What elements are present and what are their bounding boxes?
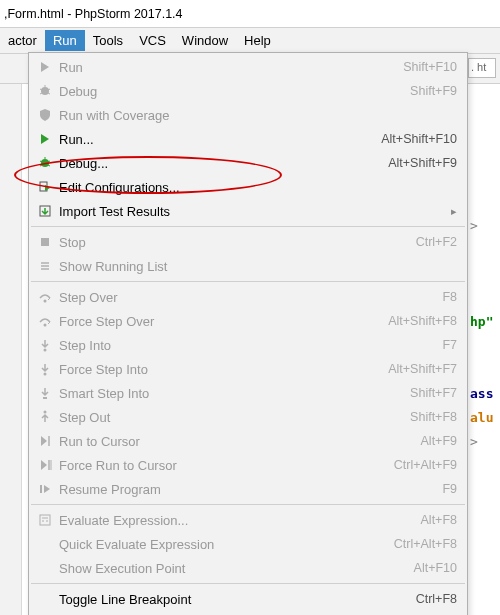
stepinto-gray-icon: [35, 362, 55, 376]
menu-item-label: Debug...: [55, 156, 388, 171]
cursor-force-gray-icon: [35, 458, 55, 472]
menu-item-debug[interactable]: Debug...Alt+Shift+F9: [29, 151, 467, 175]
menu-item-force-run-to-cursor: Force Run to CursorCtrl+Alt+F9: [29, 453, 467, 477]
code-peek: > hp" n ass alu >: [470, 190, 500, 454]
menu-item-label: Run to Cursor: [55, 434, 421, 449]
menu-separator: [31, 281, 465, 282]
menu-item-shortcut: Alt+F10: [414, 561, 457, 575]
menu-item-label: Quick Evaluate Expression: [55, 537, 394, 552]
menu-item-shortcut: Alt+Shift+F10: [381, 132, 457, 146]
menu-item-label: Resume Program: [55, 482, 442, 497]
svg-point-0: [41, 87, 49, 95]
svg-line-10: [40, 165, 42, 166]
menu-item-evaluate-expression: Evaluate Expression...Alt+F8: [29, 508, 467, 532]
svg-rect-14: [41, 238, 49, 246]
menu-item-shortcut: Alt+Shift+F9: [388, 156, 457, 170]
menu-item-import-test-results[interactable]: Import Test Results▸: [29, 199, 467, 223]
menu-item-shortcut: Ctrl+F2: [416, 235, 457, 249]
file-combo[interactable]: . ht: [468, 58, 496, 78]
svg-line-4: [40, 93, 42, 94]
menu-separator: [31, 504, 465, 505]
menu-item-shortcut: Shift+F8: [410, 410, 457, 424]
menu-item-show-running-list: Show Running List: [29, 254, 467, 278]
menu-vcs[interactable]: VCS: [131, 30, 174, 51]
menu-help[interactable]: Help: [236, 30, 279, 51]
menu-item-label: Force Step Into: [55, 362, 388, 377]
menu-item-run[interactable]: Run...Alt+Shift+F10: [29, 127, 467, 151]
submenu-arrow-icon: ▸: [451, 205, 457, 218]
menu-item-label: Step Into: [55, 338, 442, 353]
menu-item-step-out: Step OutShift+F8: [29, 405, 467, 429]
bug-green-icon: [35, 156, 55, 170]
menu-item-label: Run: [55, 60, 403, 75]
menu-item-run: RunShift+F10: [29, 55, 467, 79]
menu-item-label: Run with Coverage: [55, 108, 457, 123]
menu-item-toggle-temporary-line-breakpoint[interactable]: Toggle Temporary Line BreakpointCtrl+Alt…: [29, 611, 467, 615]
svg-rect-22: [43, 397, 47, 399]
stepinto-gray-icon: [35, 338, 55, 352]
cursor-gray-icon: [35, 434, 55, 448]
menubar: actor Run Tools VCS Window Help: [0, 28, 500, 54]
menu-item-shortcut: F7: [442, 338, 457, 352]
svg-point-20: [44, 349, 47, 352]
menu-item-shortcut: Ctrl+Alt+F9: [394, 458, 457, 472]
menu-item-label: Show Execution Point: [55, 561, 414, 576]
menu-separator: [31, 583, 465, 584]
menu-item-force-step-into: Force Step IntoAlt+Shift+F7: [29, 357, 467, 381]
stop-gray-icon: [35, 235, 55, 249]
config-icon: [35, 180, 55, 194]
window-titlebar: ,Form.html - PhpStorm 2017.1.4: [0, 0, 500, 28]
menu-item-label: Force Run to Cursor: [55, 458, 394, 473]
svg-rect-27: [40, 485, 42, 493]
menu-item-quick-evaluate-expression: Quick Evaluate ExpressionCtrl+Alt+F8: [29, 532, 467, 556]
svg-point-6: [41, 159, 49, 167]
menu-item-label: Evaluate Expression...: [55, 513, 421, 528]
menu-item-shortcut: Alt+Shift+F8: [388, 314, 457, 328]
menu-item-label: Step Over: [55, 290, 442, 305]
menu-item-label: Import Test Results: [55, 204, 451, 219]
menu-item-shortcut: Shift+F7: [410, 386, 457, 400]
menu-item-edit-configurations[interactable]: Edit Configurations...: [29, 175, 467, 199]
play-gray-icon: [35, 60, 55, 74]
menu-item-shortcut: Shift+F10: [403, 60, 457, 74]
menu-item-label: Toggle Line Breakpoint: [55, 592, 416, 607]
menu-item-run-to-cursor: Run to CursorAlt+F9: [29, 429, 467, 453]
menu-item-shortcut: F8: [442, 290, 457, 304]
menu-item-label: Force Step Over: [55, 314, 388, 329]
svg-point-19: [44, 324, 47, 327]
list-gray-icon: [35, 259, 55, 273]
window-title: ,Form.html - PhpStorm 2017.1.4: [4, 7, 183, 21]
play-green-icon: [35, 132, 55, 146]
shield-gray-icon: [35, 108, 55, 122]
svg-point-23: [44, 411, 47, 414]
menu-item-shortcut: Shift+F9: [410, 84, 457, 98]
menu-item-label: Debug: [55, 84, 410, 99]
smartstep-gray-icon: [35, 386, 55, 400]
stepover-gray-icon: [35, 290, 55, 304]
menu-item-show-execution-point: Show Execution PointAlt+F10: [29, 556, 467, 580]
menu-item-smart-step-into: Smart Step IntoShift+F7: [29, 381, 467, 405]
menu-item-toggle-line-breakpoint[interactable]: Toggle Line BreakpointCtrl+F8: [29, 587, 467, 611]
menu-item-run-with-coverage: Run with Coverage: [29, 103, 467, 127]
menu-item-shortcut: Alt+F9: [421, 434, 457, 448]
menu-item-label: Show Running List: [55, 259, 457, 274]
menu-item-shortcut: Alt+Shift+F7: [388, 362, 457, 376]
menu-item-shortcut: Ctrl+F8: [416, 592, 457, 606]
menu-item-shortcut: Ctrl+Alt+F8: [394, 537, 457, 551]
menu-tools[interactable]: Tools: [85, 30, 131, 51]
menu-item-shortcut: Alt+F8: [421, 513, 457, 527]
menu-run[interactable]: Run: [45, 30, 85, 51]
menu-item-label: Run...: [55, 132, 381, 147]
left-gutter: [0, 84, 22, 615]
menu-separator: [31, 226, 465, 227]
bug-gray-icon: [35, 84, 55, 98]
svg-line-11: [48, 165, 50, 166]
menu-refactor[interactable]: actor: [0, 30, 45, 51]
svg-point-18: [44, 300, 47, 303]
menu-item-resume-program: Resume ProgramF9: [29, 477, 467, 501]
menu-item-label: Stop: [55, 235, 416, 250]
svg-line-5: [48, 93, 50, 94]
menu-item-step-into: Step IntoF7: [29, 333, 467, 357]
run-menu-dropdown: RunShift+F10DebugShift+F9Run with Covera…: [28, 52, 468, 615]
menu-window[interactable]: Window: [174, 30, 236, 51]
